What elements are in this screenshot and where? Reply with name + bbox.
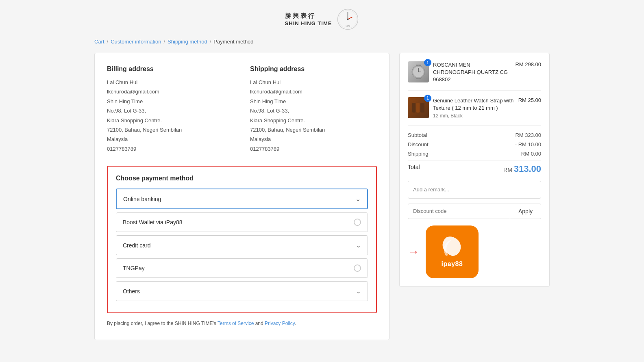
ipay88-area: → ipay88 xyxy=(408,225,541,278)
order-totals: Subtotal RM 323.00 Discount - RM 10.00 S… xyxy=(408,132,541,174)
logo-chinese: 勝 興 表 行 xyxy=(285,11,332,20)
left-panel: Billing address Lai Chun Hui lkchuroda@g… xyxy=(94,53,389,340)
shipping-phone: 0127783789 xyxy=(250,144,377,154)
watch-svg xyxy=(410,64,426,80)
item-name-1: ROSCANI MEN CHRONOGRAPH QUARTZ CG 968802 xyxy=(433,61,511,84)
shipping-value: RM 0.00 xyxy=(521,151,541,157)
total-label: Total xyxy=(408,164,420,174)
billing-addr1: No.98, Lot G-33, xyxy=(107,106,234,115)
shipping-label: Shipping xyxy=(408,151,429,157)
payment-option-header-boost[interactable]: Boost Wallet via iPay88 xyxy=(116,213,368,232)
shipping-title: Shipping address xyxy=(250,65,377,73)
online-banking-label: Online banking xyxy=(123,196,161,202)
subtotal-row: Subtotal RM 323.00 xyxy=(408,132,541,138)
order-item-1: 1 ROSCANI MEN CHRONOGRAPH QUARTZ CG 9688… xyxy=(408,61,541,91)
billing-country: Malaysia xyxy=(107,134,234,144)
item-variant-2: 12 mm, Black xyxy=(433,113,514,119)
item-price-1: RM 298.00 xyxy=(515,61,541,67)
subtotal-value: RM 323.00 xyxy=(515,132,541,138)
payment-option-header-online-banking[interactable]: Online banking ⌄ xyxy=(117,189,367,208)
billing-address-block: Billing address Lai Chun Hui lkchuroda@g… xyxy=(107,65,234,154)
shipping-address-block: Shipping address Lai Chun Hui lkchuroda@… xyxy=(250,65,377,154)
breadcrumb: Cart / Customer information / Shipping m… xyxy=(94,39,550,45)
shipping-country: Malaysia xyxy=(250,134,377,144)
item-badge-1: 1 xyxy=(424,59,431,66)
discount-value: - RM 10.00 xyxy=(515,141,541,147)
payment-option-header-others[interactable]: Others ⌄ xyxy=(116,282,368,301)
grand-total-row: Total RM 313.00 xyxy=(408,160,541,174)
breadcrumb-customer-info[interactable]: Customer information xyxy=(111,39,161,45)
online-banking-chevron-icon: ⌄ xyxy=(355,195,361,203)
main-layout: Billing address Lai Chun Hui lkchuroda@g… xyxy=(94,53,550,340)
item-badge-2: 1 xyxy=(424,95,431,102)
payment-option-online-banking[interactable]: Online banking ⌄ xyxy=(116,189,368,209)
total-value: 313.00 xyxy=(514,164,541,174)
discount-row-total: Discount - RM 10.00 xyxy=(408,141,541,147)
svg-rect-13 xyxy=(416,103,420,113)
boost-label: Boost Wallet via iPay88 xyxy=(123,219,183,225)
svg-point-4 xyxy=(347,19,349,20)
separator-2: / xyxy=(163,39,165,45)
payment-option-header-tngpay[interactable]: TNGPay xyxy=(116,259,368,277)
boost-radio-icon[interactable] xyxy=(354,219,361,226)
billing-addr3: 72100, Bahau, Negeri Sembilan xyxy=(107,125,234,134)
terms-text: By placing order, I agree to the SHIN HI… xyxy=(107,320,377,327)
shipping-addr1: No.98, Lot G-33, xyxy=(250,106,377,115)
apply-label: Apply xyxy=(518,208,533,215)
payment-section-title: Choose payment method xyxy=(116,175,368,182)
item-details-1: ROSCANI MEN CHRONOGRAPH QUARTZ CG 968802 xyxy=(433,61,511,84)
terms-prefix: By placing order, I agree to the SHIN HI… xyxy=(107,321,218,326)
privacy-link[interactable]: Privacy Policy xyxy=(265,321,295,326)
item-img-wrap-2: 1 xyxy=(408,97,429,118)
page-wrapper: 勝 興 表 行 SHIN HING TIME 1979 Cart / Custo… xyxy=(78,0,566,348)
arrow-right-icon: → xyxy=(408,245,419,258)
logo-area: 勝 興 表 行 SHIN HING TIME 1979 xyxy=(94,8,550,30)
strap-svg xyxy=(410,100,426,116)
ipay88-wing-icon xyxy=(438,236,466,258)
apply-discount-button[interactable]: Apply xyxy=(510,204,541,219)
breadcrumb-current: Payment method xyxy=(213,39,253,45)
terms-middle: and xyxy=(254,321,265,326)
item-price-2: RM 25.00 xyxy=(518,97,541,103)
logo-container: 勝 興 表 行 SHIN HING TIME 1979 xyxy=(285,8,359,30)
billing-addr2: Kiara Shopping Centre. xyxy=(107,116,234,125)
payment-option-boost[interactable]: Boost Wallet via iPay88 xyxy=(116,212,368,232)
grand-total-amount: RM 313.00 xyxy=(503,164,541,174)
payment-option-tngpay[interactable]: TNGPay xyxy=(116,258,368,278)
payment-option-credit-card[interactable]: Credit card ⌄ xyxy=(116,235,368,255)
right-panel: 1 ROSCANI MEN CHRONOGRAPH QUARTZ CG 9688… xyxy=(399,53,550,287)
clock-icon: 1979 xyxy=(337,8,359,30)
remark-input[interactable] xyxy=(408,181,541,199)
discount-code-input[interactable] xyxy=(408,204,510,219)
svg-rect-12 xyxy=(412,103,416,113)
ipay88-logo: ipay88 xyxy=(426,225,479,278)
others-label: Others xyxy=(123,288,140,295)
payment-option-header-credit-card[interactable]: Credit card ⌄ xyxy=(116,236,368,255)
total-currency: RM xyxy=(503,167,512,173)
svg-rect-14 xyxy=(420,103,424,113)
payment-option-others[interactable]: Others ⌄ xyxy=(116,281,368,301)
ipay88-text: ipay88 xyxy=(442,260,463,268)
billing-company: Shin Hing Time xyxy=(107,97,234,106)
item-name-2: Genuine Leather Watch Strap with Texture… xyxy=(433,97,514,112)
others-chevron-icon: ⌄ xyxy=(356,287,361,295)
tngpay-radio-icon[interactable] xyxy=(354,264,361,272)
breadcrumb-cart[interactable]: Cart xyxy=(94,39,104,45)
billing-phone: 0127783789 xyxy=(107,144,234,154)
tngpay-label: TNGPay xyxy=(123,265,145,271)
item-img-wrap-1: 1 xyxy=(408,61,429,82)
terms-link[interactable]: Terms of Service xyxy=(218,321,254,326)
billing-email: lkchuroda@gmail.com xyxy=(107,87,234,96)
order-item-2: 1 Genuine Leather Watch Strap with Textu… xyxy=(408,97,541,126)
shipping-name: Lai Chun Hui xyxy=(250,78,377,87)
shipping-company: Shin Hing Time xyxy=(250,97,377,106)
breadcrumb-shipping[interactable]: Shipping method xyxy=(168,39,207,45)
shipping-email: lkchuroda@gmail.com xyxy=(250,87,377,96)
credit-card-label: Credit card xyxy=(123,242,150,249)
discount-label: Discount xyxy=(408,141,429,147)
logo-english: SHIN HING TIME xyxy=(285,20,332,27)
billing-name: Lai Chun Hui xyxy=(107,78,234,87)
shipping-addr3: 72100, Bahau, Negeri Sembilan xyxy=(250,125,377,134)
terms-suffix: . xyxy=(295,321,296,326)
item-details-2: Genuine Leather Watch Strap with Texture… xyxy=(433,97,514,119)
